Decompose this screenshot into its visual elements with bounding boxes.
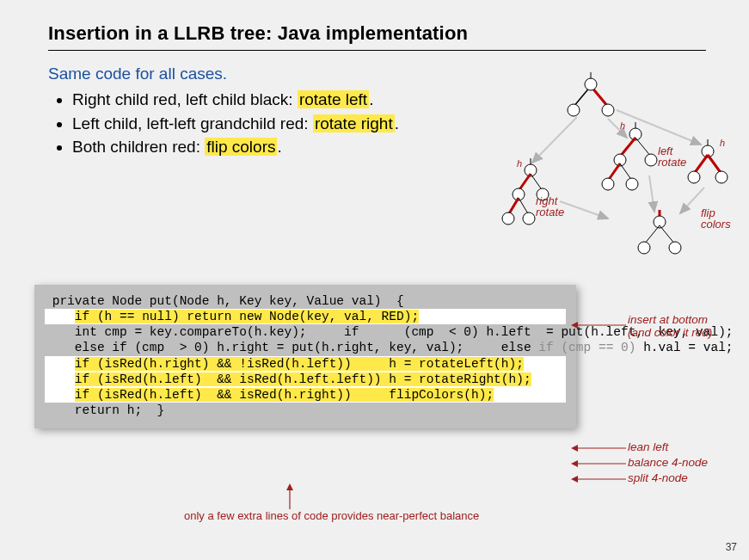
svg-line-30 [649, 175, 654, 212]
code-line: int cmp = key.compareTo(h.key); [45, 325, 307, 339]
code-line-highlight: if (h == null) return new Node(key, val,… [45, 309, 566, 324]
annot-split: split 4-node [628, 471, 688, 484]
svg-line-6 [532, 117, 577, 163]
svg-point-42 [638, 242, 650, 254]
case-text: Both children red: [72, 138, 205, 156]
svg-point-27 [602, 178, 614, 190]
svg-line-40 [644, 225, 660, 244]
h-label: h [720, 138, 725, 148]
case-action: rotate right [313, 114, 395, 132]
case-action: flip colors [205, 138, 277, 156]
code-line: private Node put(Node h, Key key, Value … [45, 294, 382, 308]
tree-diagram: h rightrotate h [498, 72, 739, 270]
svg-line-8 [617, 110, 701, 145]
annot-balance: balance 4-node [628, 456, 708, 469]
svg-point-24 [645, 154, 657, 166]
code-block: private Node put(Node h, Key key, Value … [34, 285, 576, 428]
svg-point-4 [568, 104, 580, 116]
code-line: else if (cmp > 0) h.right = put(h.right,… [45, 341, 464, 354]
svg-point-39 [654, 216, 666, 228]
svg-line-21 [620, 138, 635, 157]
code-line-highlight: if (isRed(h.right) && !isRed(h.left)) h … [45, 356, 566, 372]
slide-title: Insertion in a LLRB tree: Java implement… [48, 22, 706, 45]
svg-line-33 [694, 155, 708, 174]
case-text: Right child red, left child black: [72, 90, 298, 108]
svg-marker-53 [286, 483, 293, 490]
right-rotate-label: rightrotate [536, 194, 564, 218]
svg-point-36 [715, 171, 728, 183]
svg-line-41 [660, 225, 675, 244]
title-rule [48, 50, 706, 51]
code-line-highlight: if (isRed(h.left) && isRed(h.left.left))… [45, 372, 566, 387]
code-line: } [150, 403, 164, 417]
svg-line-22 [635, 138, 651, 157]
svg-marker-49 [571, 460, 578, 467]
h-label: h [517, 158, 522, 169]
annot-insert: insert at bottom (and color it red) [628, 313, 712, 339]
code-line: return h; [45, 403, 142, 417]
svg-point-3 [585, 78, 597, 90]
annot-lean: lean left [628, 440, 668, 453]
svg-point-5 [602, 104, 614, 116]
svg-marker-45 [571, 322, 578, 329]
svg-point-35 [688, 171, 700, 183]
case-text: Left child, left-left grandchild red: [72, 114, 313, 132]
annot-footer: only a few extra lines of code provides … [184, 509, 479, 522]
svg-point-28 [626, 178, 638, 190]
svg-point-18 [523, 212, 535, 225]
code-line: { [389, 294, 403, 308]
page-number: 37 [726, 541, 737, 553]
left-rotate-label: leftrotate [658, 145, 686, 169]
case-action: rotate left [298, 90, 369, 108]
flip-colors-label: flipcolors [701, 206, 731, 231]
svg-point-17 [502, 212, 514, 225]
svg-marker-47 [571, 445, 578, 452]
code-line: else if (cmp == 0) h.val = val; [471, 341, 734, 354]
svg-point-43 [669, 242, 681, 254]
code-line-highlight: if (isRed(h.left) && isRed(h.right)) fli… [45, 387, 566, 403]
svg-line-34 [708, 155, 721, 174]
svg-marker-51 [571, 476, 578, 483]
svg-line-29 [560, 201, 608, 218]
h-label: h [620, 120, 625, 131]
